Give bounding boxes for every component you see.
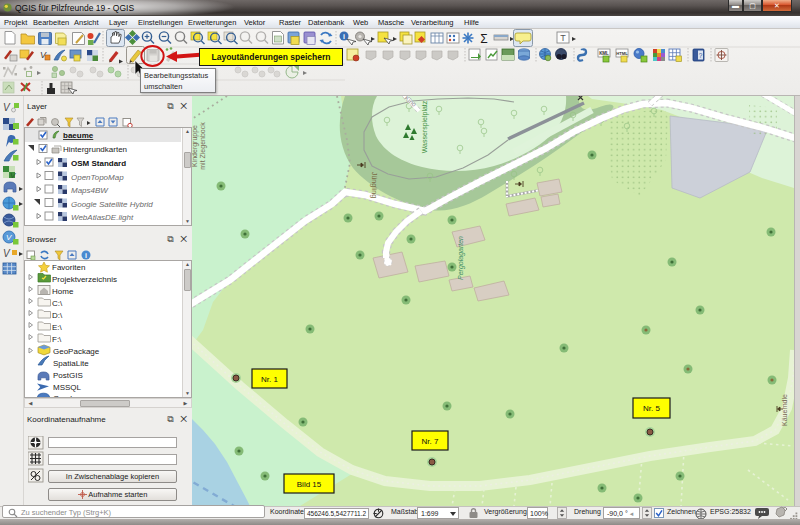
svg-text:WebAtlasDE.light: WebAtlasDE.light	[71, 213, 134, 222]
svg-text:Projektverzeichnis: Projektverzeichnis	[52, 275, 117, 284]
svg-text:Jüngling: Jüngling	[370, 172, 378, 198]
svg-text:Nr. 7: Nr. 7	[422, 437, 439, 446]
svg-text:V: V	[3, 248, 11, 259]
svg-text:V: V	[10, 171, 16, 180]
svg-text:D:\: D:\	[52, 311, 63, 320]
svg-text:SpatiaLite: SpatiaLite	[53, 359, 89, 368]
svg-text:Home: Home	[52, 287, 74, 296]
svg-text:Maps4BW: Maps4BW	[71, 186, 109, 195]
svg-text:MSSQL: MSSQL	[53, 383, 82, 392]
svg-text:Hintergrundkarten: Hintergrundkarten	[63, 145, 127, 154]
svg-text:HTML: HTML	[616, 51, 628, 56]
svg-text:Wasserspielplatz: Wasserspielplatz	[421, 100, 429, 153]
svg-text:C:\: C:\	[52, 299, 63, 308]
svg-text:OpenTopoMap: OpenTopoMap	[71, 173, 124, 182]
svg-text:baeume: baeume	[63, 131, 94, 140]
svg-text:?: ?	[699, 52, 703, 59]
svg-text:V: V	[6, 233, 12, 242]
svg-text:Bild 15: Bild 15	[297, 480, 322, 489]
svg-text:PostGIS: PostGIS	[53, 371, 83, 380]
svg-text:Nr. 5: Nr. 5	[643, 404, 660, 413]
svg-text:T: T	[560, 33, 566, 43]
svg-text:Σ: Σ	[480, 32, 487, 46]
svg-text:Kindergruppe: Kindergruppe	[192, 125, 199, 167]
svg-text:i: i	[85, 252, 87, 259]
svg-text:V: V	[3, 102, 11, 113]
svg-text:E:\: E:\	[52, 323, 63, 332]
svg-text:OSM Standard: OSM Standard	[71, 159, 126, 168]
svg-text:KML: KML	[599, 51, 609, 56]
svg-text:Favoriten: Favoriten	[52, 263, 85, 272]
svg-text:Google Satellite Hybrid: Google Satellite Hybrid	[71, 200, 153, 209]
svg-text:i: i	[343, 33, 345, 40]
svg-text:GeoPackage: GeoPackage	[53, 347, 100, 356]
svg-text:Käuerndle: Käuerndle	[781, 394, 788, 426]
svg-text:mit Ziegenbock: mit Ziegenbock	[199, 122, 207, 170]
svg-text:F:\: F:\	[52, 335, 62, 344]
svg-text:Nr. 1: Nr. 1	[261, 375, 278, 384]
svg-text:Pergolagarten: Pergolagarten	[457, 236, 465, 280]
